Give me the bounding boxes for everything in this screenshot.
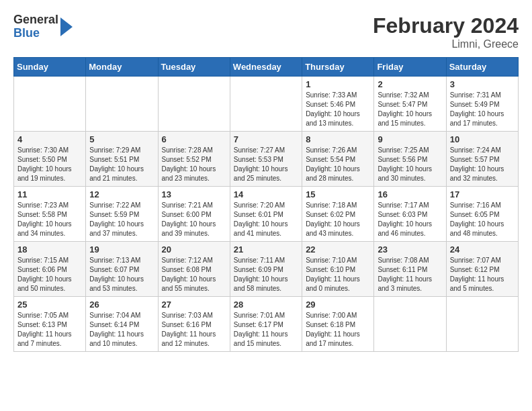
day-number: 28	[234, 300, 298, 310]
calendar-cell: 16Sunrise: 7:17 AM Sunset: 6:03 PM Dayli…	[374, 187, 446, 242]
day-info: Sunrise: 7:11 AM Sunset: 6:09 PM Dayligh…	[234, 256, 298, 293]
calendar-cell: 26Sunrise: 7:04 AM Sunset: 6:14 PM Dayli…	[86, 297, 158, 352]
day-number: 6	[162, 134, 226, 144]
day-number: 11	[17, 189, 82, 199]
calendar-cell	[446, 297, 518, 352]
day-info: Sunrise: 7:33 AM Sunset: 5:46 PM Dayligh…	[306, 91, 370, 128]
calendar-cell: 21Sunrise: 7:11 AM Sunset: 6:09 PM Dayli…	[230, 242, 302, 297]
day-info: Sunrise: 7:25 AM Sunset: 5:56 PM Dayligh…	[378, 146, 442, 183]
weekday-header-monday: Monday	[86, 58, 158, 77]
calendar-cell: 9Sunrise: 7:25 AM Sunset: 5:56 PM Daylig…	[374, 132, 446, 187]
day-number: 26	[89, 300, 154, 310]
day-number: 3	[450, 79, 515, 89]
calendar-week-1: 4Sunrise: 7:30 AM Sunset: 5:50 PM Daylig…	[14, 132, 519, 187]
day-number: 12	[89, 189, 154, 199]
day-number: 10	[450, 134, 515, 144]
day-info: Sunrise: 7:10 AM Sunset: 6:10 PM Dayligh…	[306, 256, 370, 293]
day-info: Sunrise: 7:13 AM Sunset: 6:07 PM Dayligh…	[89, 256, 154, 293]
day-number: 22	[306, 244, 370, 255]
weekday-header-thursday: Thursday	[302, 58, 374, 77]
day-number: 23	[378, 244, 442, 255]
logo-arrow-icon	[60, 17, 73, 36]
calendar-cell: 13Sunrise: 7:21 AM Sunset: 6:00 PM Dayli…	[158, 187, 230, 242]
day-number: 1	[306, 79, 370, 89]
day-info: Sunrise: 7:21 AM Sunset: 6:00 PM Dayligh…	[162, 201, 226, 238]
calendar-cell: 2Sunrise: 7:32 AM Sunset: 5:47 PM Daylig…	[374, 77, 446, 132]
day-number: 19	[89, 244, 154, 255]
weekday-header-sunday: Sunday	[14, 58, 86, 77]
day-number: 4	[17, 134, 82, 144]
calendar-cell: 15Sunrise: 7:18 AM Sunset: 6:02 PM Dayli…	[302, 187, 374, 242]
calendar-cell: 4Sunrise: 7:30 AM Sunset: 5:50 PM Daylig…	[14, 132, 86, 187]
calendar-cell	[86, 77, 158, 132]
logo: General Blue	[13, 13, 73, 40]
calendar-cell: 14Sunrise: 7:20 AM Sunset: 6:01 PM Dayli…	[230, 187, 302, 242]
logo-text: General Blue	[13, 13, 58, 40]
calendar-cell: 25Sunrise: 7:05 AM Sunset: 6:13 PM Dayli…	[14, 297, 86, 352]
day-number: 14	[234, 189, 298, 199]
page-header: General Blue February 2024 Limni, Greece	[13, 13, 519, 50]
day-number: 17	[450, 189, 515, 199]
day-info: Sunrise: 7:29 AM Sunset: 5:51 PM Dayligh…	[89, 146, 154, 183]
page-subtitle: Limni, Greece	[373, 38, 519, 50]
calendar-week-0: 1Sunrise: 7:33 AM Sunset: 5:46 PM Daylig…	[14, 77, 519, 132]
day-info: Sunrise: 7:01 AM Sunset: 6:17 PM Dayligh…	[234, 311, 298, 349]
day-number: 2	[378, 79, 442, 89]
day-number: 8	[306, 134, 370, 144]
calendar-cell: 23Sunrise: 7:08 AM Sunset: 6:11 PM Dayli…	[374, 242, 446, 297]
calendar-cell: 6Sunrise: 7:28 AM Sunset: 5:52 PM Daylig…	[158, 132, 230, 187]
page-title: February 2024	[373, 13, 519, 38]
day-number: 29	[306, 300, 370, 310]
calendar-cell: 11Sunrise: 7:23 AM Sunset: 5:58 PM Dayli…	[14, 187, 86, 242]
day-number: 21	[234, 244, 298, 255]
day-info: Sunrise: 7:27 AM Sunset: 5:53 PM Dayligh…	[234, 146, 298, 183]
day-info: Sunrise: 7:16 AM Sunset: 6:05 PM Dayligh…	[450, 201, 515, 238]
day-info: Sunrise: 7:15 AM Sunset: 6:06 PM Dayligh…	[17, 256, 82, 293]
day-number: 25	[17, 300, 82, 310]
title-block: February 2024 Limni, Greece	[373, 13, 519, 50]
calendar-cell: 28Sunrise: 7:01 AM Sunset: 6:17 PM Dayli…	[230, 297, 302, 352]
day-info: Sunrise: 7:23 AM Sunset: 5:58 PM Dayligh…	[17, 201, 82, 238]
day-number: 24	[450, 244, 515, 255]
calendar-cell: 7Sunrise: 7:27 AM Sunset: 5:53 PM Daylig…	[230, 132, 302, 187]
weekday-header-friday: Friday	[374, 58, 446, 77]
day-info: Sunrise: 7:12 AM Sunset: 6:08 PM Dayligh…	[162, 256, 226, 293]
day-info: Sunrise: 7:03 AM Sunset: 6:16 PM Dayligh…	[162, 311, 226, 349]
weekday-header-wednesday: Wednesday	[230, 58, 302, 77]
day-info: Sunrise: 7:31 AM Sunset: 5:49 PM Dayligh…	[450, 91, 515, 128]
day-info: Sunrise: 7:26 AM Sunset: 5:54 PM Dayligh…	[306, 146, 370, 183]
calendar-cell: 18Sunrise: 7:15 AM Sunset: 6:06 PM Dayli…	[14, 242, 86, 297]
calendar-cell: 8Sunrise: 7:26 AM Sunset: 5:54 PM Daylig…	[302, 132, 374, 187]
day-info: Sunrise: 7:00 AM Sunset: 6:18 PM Dayligh…	[306, 311, 370, 349]
day-number: 18	[17, 244, 82, 255]
weekday-header-saturday: Saturday	[446, 58, 518, 77]
day-number: 27	[162, 300, 226, 310]
calendar-cell: 19Sunrise: 7:13 AM Sunset: 6:07 PM Dayli…	[86, 242, 158, 297]
calendar-cell: 27Sunrise: 7:03 AM Sunset: 6:16 PM Dayli…	[158, 297, 230, 352]
day-info: Sunrise: 7:17 AM Sunset: 6:03 PM Dayligh…	[378, 201, 442, 238]
calendar-cell	[374, 297, 446, 352]
day-info: Sunrise: 7:32 AM Sunset: 5:47 PM Dayligh…	[378, 91, 442, 128]
day-number: 9	[378, 134, 442, 144]
day-info: Sunrise: 7:04 AM Sunset: 6:14 PM Dayligh…	[89, 311, 154, 349]
calendar-cell: 12Sunrise: 7:22 AM Sunset: 5:59 PM Dayli…	[86, 187, 158, 242]
day-number: 7	[234, 134, 298, 144]
weekday-row: SundayMondayTuesdayWednesdayThursdayFrid…	[14, 58, 519, 77]
day-number: 16	[378, 189, 442, 199]
calendar-week-3: 18Sunrise: 7:15 AM Sunset: 6:06 PM Dayli…	[14, 242, 519, 297]
calendar-cell: 22Sunrise: 7:10 AM Sunset: 6:10 PM Dayli…	[302, 242, 374, 297]
day-info: Sunrise: 7:24 AM Sunset: 5:57 PM Dayligh…	[450, 146, 515, 183]
day-info: Sunrise: 7:05 AM Sunset: 6:13 PM Dayligh…	[17, 311, 82, 349]
calendar-week-4: 25Sunrise: 7:05 AM Sunset: 6:13 PM Dayli…	[14, 297, 519, 352]
calendar-table: SundayMondayTuesdayWednesdayThursdayFrid…	[13, 57, 519, 352]
day-number: 20	[162, 244, 226, 255]
day-number: 13	[162, 189, 226, 199]
calendar-cell: 20Sunrise: 7:12 AM Sunset: 6:08 PM Dayli…	[158, 242, 230, 297]
day-info: Sunrise: 7:28 AM Sunset: 5:52 PM Dayligh…	[162, 146, 226, 183]
calendar-cell: 17Sunrise: 7:16 AM Sunset: 6:05 PM Dayli…	[446, 187, 518, 242]
day-info: Sunrise: 7:08 AM Sunset: 6:11 PM Dayligh…	[378, 256, 442, 293]
logo-blue: Blue	[13, 27, 58, 40]
calendar-cell	[230, 77, 302, 132]
calendar-cell: 5Sunrise: 7:29 AM Sunset: 5:51 PM Daylig…	[86, 132, 158, 187]
day-info: Sunrise: 7:20 AM Sunset: 6:01 PM Dayligh…	[234, 201, 298, 238]
